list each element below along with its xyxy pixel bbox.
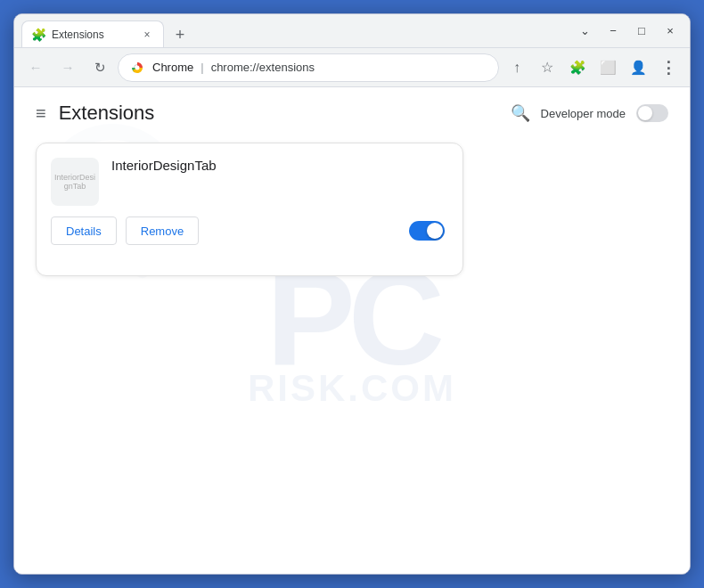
profile-icon: 👤 [630, 60, 647, 76]
toggle-knob [638, 106, 652, 120]
window-controls: ⌄ − □ × [572, 19, 683, 44]
sidebar-icon: ⬜ [600, 60, 617, 76]
page-content: PC RISK.COM ≡ Extensions 🔍 Developer mod… [14, 87, 690, 574]
risk-watermark-text: RISK.COM [248, 367, 456, 410]
close-button[interactable]: × [658, 19, 683, 44]
extension-card: InteriorDesignTab InteriorDesignTab Deta… [36, 143, 463, 276]
chevron-down-button[interactable]: ⌄ [572, 19, 597, 44]
extension-name: InteriorDesignTab [111, 158, 445, 173]
address-bar[interactable]: Chrome | chrome://extensions [118, 53, 499, 82]
tab-title: Extensions [52, 29, 135, 41]
restore-button[interactable]: □ [629, 19, 654, 44]
profile-button[interactable]: 👤 [624, 53, 652, 82]
active-tab[interactable]: 🧩 Extensions × [21, 20, 164, 47]
back-button[interactable]: ← [21, 53, 50, 82]
address-url: chrome://extensions [211, 61, 315, 74]
header-right: 🔍 Developer mode [511, 103, 668, 123]
minimize-button[interactable]: − [601, 19, 626, 44]
tab-close-button[interactable]: × [140, 28, 154, 42]
tab-favicon: 🧩 [31, 28, 46, 42]
hamburger-menu-icon[interactable]: ≡ [36, 103, 46, 124]
address-text: Chrome | chrome://extensions [152, 61, 315, 74]
developer-mode-toggle[interactable] [636, 104, 668, 122]
extensions-button[interactable]: 🧩 [563, 53, 592, 82]
share-button[interactable]: ↑ [503, 53, 531, 82]
details-button[interactable]: Details [51, 216, 117, 245]
share-icon: ↑ [513, 60, 520, 76]
puzzle-icon: 🧩 [569, 60, 586, 76]
extension-icon-box: InteriorDesignTab [51, 158, 99, 206]
address-site-name: Chrome [152, 61, 193, 74]
menu-button[interactable]: ⋮ [654, 53, 683, 82]
toggle-knob-blue [427, 223, 443, 239]
toolbar-actions: ↑ ☆ 🧩 ⬜ 👤 ⋮ [503, 53, 683, 82]
page-title: Extensions [59, 102, 155, 125]
extensions-area: InteriorDesignTab InteriorDesignTab Deta… [14, 135, 690, 283]
toolbar: ← → ↻ Chrome | chrome://extensions ↑ [14, 48, 690, 87]
card-bottom: Details Remove [51, 216, 445, 245]
chrome-logo-icon [129, 60, 145, 76]
svg-point-1 [135, 65, 140, 69]
new-tab-button[interactable]: + [168, 22, 192, 47]
extension-info: InteriorDesignTab [111, 158, 445, 176]
bookmark-button[interactable]: ☆ [533, 53, 561, 82]
title-bar: 🧩 Extensions × + ⌄ − □ × [14, 14, 690, 48]
tab-strip: 🧩 Extensions × + [21, 14, 567, 47]
card-top: InteriorDesignTab InteriorDesignTab [51, 158, 445, 206]
star-icon: ☆ [541, 59, 553, 76]
search-icon[interactable]: 🔍 [511, 103, 530, 123]
forward-button[interactable]: → [53, 53, 82, 82]
developer-mode-label: Developer mode [541, 107, 626, 120]
more-icon: ⋮ [660, 58, 677, 78]
reload-button[interactable]: ↻ [86, 53, 114, 82]
sidebar-button[interactable]: ⬜ [593, 53, 622, 82]
extension-icon-inner: InteriorDesignTab [51, 169, 99, 194]
browser-window: 🧩 Extensions × + ⌄ − □ × ← → ↻ [13, 13, 691, 575]
address-separator: | [201, 61, 203, 74]
extension-enable-toggle[interactable] [409, 221, 445, 241]
remove-button[interactable]: Remove [126, 216, 199, 245]
